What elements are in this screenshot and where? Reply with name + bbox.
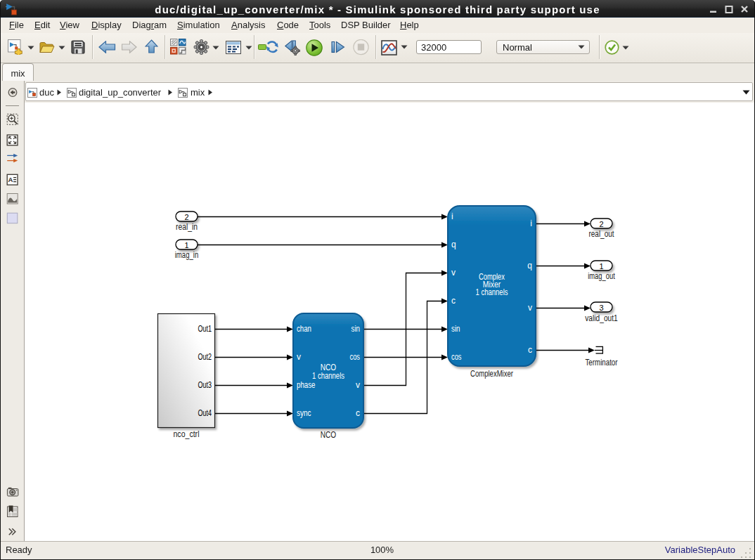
svg-text:q: q [451,240,456,249]
svg-text:1: 1 [184,241,188,249]
svg-text:i: i [451,211,453,221]
svg-text:phase: phase [297,380,316,390]
svg-text:real_out: real_out [589,229,615,239]
svg-text:1 channels: 1 channels [476,287,508,297]
svg-text:v: v [451,268,456,278]
svg-text:cos: cos [451,352,462,362]
svg-text:1: 1 [599,262,603,271]
svg-text:imag_in: imag_in [175,250,199,260]
svg-text:real_in: real_in [176,222,198,232]
svg-text:2: 2 [599,220,603,228]
svg-text:v: v [528,303,532,313]
svg-text:nco_ctrl: nco_ctrl [174,429,200,439]
svg-text:sync: sync [297,408,311,418]
svg-text:cos: cos [350,352,361,362]
svg-text:valid_out1: valid_out1 [585,313,618,323]
svg-text:c: c [451,296,456,306]
svg-text:2: 2 [184,213,188,221]
svg-text:v: v [297,352,301,362]
svg-text:i: i [530,219,532,228]
svg-text:Terminator: Terminator [586,358,618,367]
svg-text:ComplexMixer: ComplexMixer [470,369,513,379]
svg-text:sin: sin [351,324,361,334]
svg-text:Out3: Out3 [198,380,212,390]
svg-text:c: c [528,345,532,355]
svg-text:chan: chan [297,324,311,334]
svg-text:v: v [356,380,360,390]
svg-text:NCO: NCO [321,430,337,440]
svg-text:c: c [356,408,360,418]
svg-text:3: 3 [599,304,603,312]
svg-text:A: A [8,176,13,183]
svg-text:Out4: Out4 [198,408,212,418]
svg-text:Out1: Out1 [198,324,212,334]
svg-text:sin: sin [451,324,460,334]
svg-text:q: q [527,261,532,271]
svg-text:imag_out: imag_out [588,271,615,281]
svg-text:1 channels: 1 channels [312,371,344,381]
svg-text:Out2: Out2 [198,352,212,362]
